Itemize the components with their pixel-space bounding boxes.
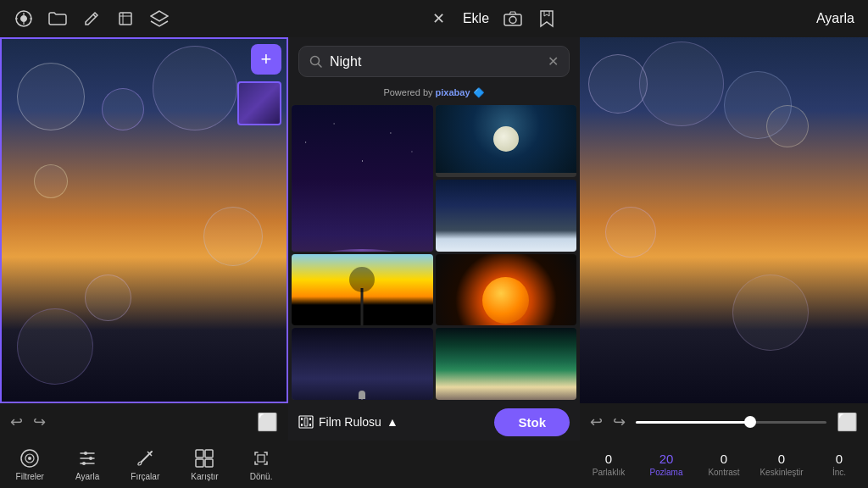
mix-icon	[193, 447, 215, 469]
right-canvas	[580, 37, 868, 403]
right-undo-icon[interactable]: ↩	[590, 413, 603, 431]
svg-rect-18	[196, 459, 203, 467]
grid-item-village[interactable]	[436, 180, 577, 252]
right-panel: ↩ ↪ ⬜	[580, 37, 868, 441]
film-roll-label: Film Rulosu	[319, 415, 381, 429]
svg-rect-5	[301, 418, 303, 420]
brushes-label: Fırçalar	[131, 472, 159, 481]
toolbar-center: ✕ Ekle	[170, 8, 816, 29]
tool-brushes[interactable]: Fırçalar	[131, 447, 159, 481]
svg-point-2	[509, 17, 516, 24]
tool-mix[interactable]: Karıştır	[191, 447, 218, 481]
left-panel: + ↩ ↪ ⬜	[0, 37, 288, 441]
chevron-up-icon: ▲	[387, 415, 398, 429]
right-undo-redo: ↩ ↪	[590, 413, 626, 431]
canvas-controls: ↩ ↪ ⬜	[0, 403, 288, 441]
grid-item-tree[interactable]	[292, 254, 433, 326]
bottom-toolbars: Filtreler Ayarla Fırçalar	[0, 441, 868, 488]
moon-circle	[493, 126, 519, 152]
close-icon[interactable]: ✕	[429, 8, 449, 29]
svg-point-12	[28, 457, 31, 460]
folder-icon[interactable]	[47, 8, 68, 29]
slider-fill	[636, 421, 750, 424]
sharpen-label: Keskinleştir	[760, 468, 803, 477]
filters-label: Filtreler	[16, 472, 44, 481]
pixabay-label: pixabay	[436, 87, 470, 97]
toolbar-left	[14, 8, 170, 29]
svg-rect-9	[304, 418, 308, 426]
svg-rect-17	[205, 450, 213, 458]
search-input[interactable]	[330, 54, 541, 69]
frame-icon[interactable]	[115, 8, 136, 29]
top-toolbar: ✕ Ekle Ayarla	[0, 0, 868, 37]
contrast-label: Kontrast	[708, 468, 739, 477]
adj-fine[interactable]: 0 İnc.	[814, 452, 865, 477]
slider-thumb[interactable]	[744, 416, 756, 428]
svg-rect-6	[301, 424, 303, 426]
film-roll-button[interactable]: Film Rulosu ▲	[298, 415, 398, 429]
pixabay-icon: 🔷	[473, 87, 485, 97]
brightness-value: 0	[605, 452, 612, 466]
transform-label: Dönü.	[250, 472, 273, 481]
right-eraser-icon[interactable]: ⬜	[837, 412, 858, 432]
svg-rect-20	[258, 455, 264, 462]
right-redo-icon[interactable]: ↪	[613, 413, 626, 431]
adjust-icon	[76, 447, 98, 469]
adj-exposure[interactable]: 20 Pozlama	[641, 452, 692, 477]
fine-value: 0	[836, 452, 843, 466]
layer-thumbnail[interactable]	[237, 81, 281, 125]
brushes-icon	[134, 447, 156, 469]
undo-redo-group: ↩ ↪	[10, 413, 46, 431]
svg-point-14	[89, 457, 92, 460]
grid-item-galaxy[interactable]	[292, 105, 433, 252]
add-layer-button[interactable]: +	[251, 44, 281, 75]
filters-icon	[19, 447, 41, 469]
slider-track[interactable]	[636, 421, 826, 424]
image-grid	[288, 102, 580, 403]
toolbar-center-title: Ekle	[463, 11, 489, 26]
edit-icon[interactable]	[81, 8, 102, 29]
adj-brightness[interactable]: 0 Parlaklık	[583, 452, 634, 477]
layers-icon[interactable]	[149, 8, 170, 29]
tool-transform[interactable]: Dönü.	[250, 447, 273, 481]
main-content: + ↩ ↪ ⬜ ✕ Powered by pixabay	[0, 37, 868, 441]
exposure-label: Pozlama	[650, 468, 683, 477]
svg-rect-19	[205, 459, 213, 467]
svg-point-13	[84, 452, 87, 455]
tool-adjust[interactable]: Ayarla	[75, 447, 99, 481]
adj-contrast[interactable]: 0 Kontrast	[698, 452, 749, 477]
left-toolbar: Filtreler Ayarla Fırçalar	[0, 441, 288, 488]
tool-filters[interactable]: Filtreler	[16, 447, 44, 481]
stock-button[interactable]: Stok	[494, 408, 570, 436]
logo-icon[interactable]	[14, 8, 34, 29]
toolbar-right: Ayarla	[816, 11, 854, 26]
film-icon	[298, 415, 314, 429]
orange-moon	[482, 277, 529, 324]
bookmark-icon[interactable]	[537, 8, 557, 29]
camera-icon[interactable]	[503, 8, 523, 29]
middle-spacer	[288, 441, 580, 488]
brightness-label: Parlaklık	[593, 468, 625, 477]
adj-sharpen[interactable]: 0 Keskinleştir	[756, 452, 807, 477]
mix-label: Karıştır	[191, 472, 218, 481]
eraser-icon[interactable]: ⬜	[257, 412, 278, 432]
middle-bottom: Film Rulosu ▲ Stok	[288, 403, 580, 441]
svg-rect-16	[196, 450, 203, 458]
exposure-value: 20	[659, 452, 674, 466]
svg-rect-8	[309, 424, 311, 426]
search-clear-button[interactable]: ✕	[548, 53, 559, 69]
grid-item-milky[interactable]	[292, 328, 433, 400]
adjust-label: Ayarla	[75, 472, 99, 481]
grid-item-orange-moon[interactable]	[436, 254, 577, 326]
right-bokeh	[580, 37, 868, 403]
transform-icon	[250, 447, 272, 469]
grid-item-aurora[interactable]	[436, 328, 577, 400]
right-toolbar: 0 Parlaklık 20 Pozlama 0 Kontrast 0 Kesk…	[580, 441, 868, 488]
redo-icon[interactable]: ↪	[33, 413, 46, 431]
middle-panel: ✕ Powered by pixabay 🔷	[288, 37, 580, 441]
undo-icon[interactable]: ↩	[10, 413, 23, 431]
powered-by-text: Powered by	[383, 87, 432, 97]
toolbar-right-title: Ayarla	[816, 11, 854, 26]
powered-by-label: Powered by pixabay 🔷	[288, 84, 580, 102]
grid-item-moon[interactable]	[436, 105, 577, 177]
